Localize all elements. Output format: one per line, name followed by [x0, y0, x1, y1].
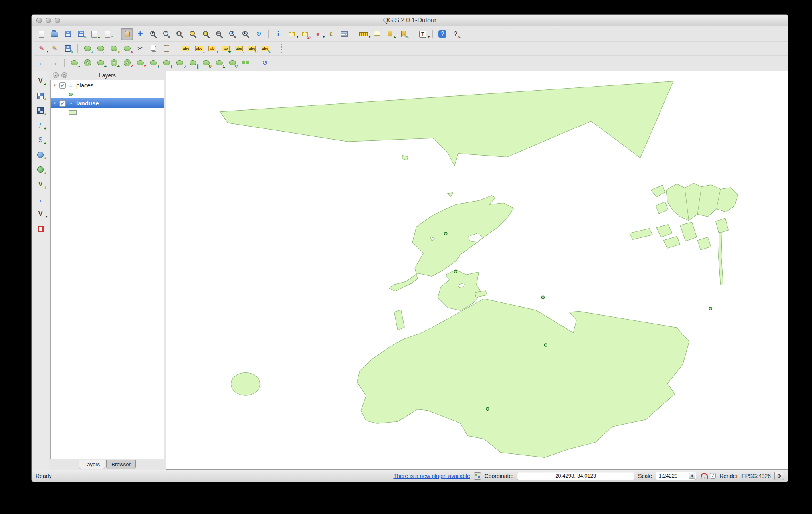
tab-browser[interactable]: Browser	[106, 460, 136, 469]
add-part-button[interactable]: +	[95, 57, 107, 69]
zoom-out-button[interactable]: −	[160, 28, 172, 40]
new-bookmark-button[interactable]: +	[384, 28, 396, 40]
zoom-full-button[interactable]	[187, 28, 199, 40]
undo-button[interactable]: ←	[36, 57, 48, 69]
pan-to-selection-button[interactable]: ✚	[134, 28, 146, 40]
copy-features-button[interactable]	[147, 43, 159, 55]
add-wcs-layer-button[interactable]: +	[34, 164, 46, 176]
layer-visibility-checkbox[interactable]: ✓	[59, 100, 66, 107]
map-viewport[interactable]	[166, 71, 788, 470]
zoom-to-selection-button[interactable]: □	[200, 28, 212, 40]
zoom-button[interactable]	[55, 18, 60, 23]
scale-combobox[interactable]: 1:24229 ▲ ▼	[656, 472, 696, 480]
split-features-button[interactable]: ∕	[174, 57, 186, 69]
delete-selected-button[interactable]: ×	[121, 43, 133, 55]
identify-button[interactable]: ℹ	[272, 28, 284, 40]
zoom-native-button[interactable]: 1:1	[174, 28, 186, 40]
help-button[interactable]: ?	[436, 28, 448, 40]
tab-layers[interactable]: Layers	[79, 460, 105, 469]
move-label-button[interactable]: abc ↔	[233, 43, 245, 55]
rollback-button[interactable]: ↺	[259, 57, 271, 69]
current-edits-button[interactable]: ✎ ▾	[36, 43, 48, 55]
add-vector-layer-button[interactable]: V +	[34, 75, 46, 87]
panel-float-button[interactable]: □	[61, 72, 67, 78]
cut-features-button[interactable]: ✂	[134, 43, 146, 55]
coordinate-input[interactable]	[517, 472, 634, 480]
disclosure-icon[interactable]: ▼	[53, 101, 57, 105]
save-layer-edits-button[interactable]: ✎	[62, 43, 74, 55]
zoom-last-button[interactable]: ◂	[226, 28, 238, 40]
add-ring-button[interactable]	[81, 57, 93, 69]
close-button[interactable]	[36, 18, 42, 23]
save-project-button[interactable]	[62, 28, 74, 40]
add-wfs-layer-button[interactable]: V +	[34, 178, 46, 190]
reshape-features-button[interactable]: /	[147, 57, 159, 69]
panel-close-button[interactable]: ×	[53, 72, 59, 78]
refresh-button[interactable]: ↻	[253, 28, 265, 40]
delete-ring-button[interactable]: ×	[121, 57, 133, 69]
add-wms-layer-button[interactable]: +	[34, 149, 46, 161]
rotate-label-button[interactable]: abc ↻	[246, 43, 258, 55]
fill-ring-button[interactable]: +	[108, 57, 120, 69]
show-bookmarks-button[interactable]: ✎	[397, 28, 409, 40]
paste-features-button[interactable]	[160, 43, 172, 55]
remove-layer-button[interactable]	[34, 223, 46, 235]
title-bar: QGIS 2.0.1-Dufour	[32, 15, 788, 26]
node-tool-button[interactable]: ▪	[108, 43, 120, 55]
map-canvas[interactable]	[166, 71, 788, 469]
move-feature-button[interactable]: ↔	[95, 43, 107, 55]
zoom-in-button[interactable]: +	[147, 28, 159, 40]
text-annotation-button[interactable]: T ▾	[417, 28, 429, 40]
pin-labels-button[interactable]: ab •	[206, 43, 218, 55]
zoom-next-button[interactable]: ▸	[240, 28, 252, 40]
deselect-features-button[interactable]: ∅	[299, 28, 311, 40]
add-spatialite-layer-button[interactable]: ƒ +	[34, 119, 46, 131]
layer-labeling-button[interactable]: abc	[180, 43, 192, 55]
scale-value: 1:24229	[659, 473, 677, 479]
add-postgis-layer-button[interactable]: +	[34, 105, 46, 117]
plugin-link[interactable]: There is a new plugin available	[393, 473, 470, 479]
show-hidden-labels-button[interactable]: ab ★	[220, 43, 232, 55]
new-project-button[interactable]	[36, 28, 48, 40]
label-settings-button[interactable]: abc +	[193, 43, 205, 55]
offset-curve-button[interactable]: (	[160, 57, 172, 69]
disclosure-icon[interactable]: ▼	[53, 83, 57, 87]
composer-manager-button[interactable]: ○	[101, 28, 113, 40]
layer-item-places[interactable]: ▼ ✓ ∴ places	[51, 80, 164, 90]
measure-button[interactable]: ▾	[358, 28, 370, 40]
attribute-table-button[interactable]	[338, 28, 350, 40]
layer-visibility-checkbox[interactable]: ✓	[59, 82, 66, 89]
field-calculator-button[interactable]: ε	[325, 28, 337, 40]
change-label-button[interactable]: abc ✎	[259, 43, 271, 55]
whats-this-button[interactable]: ? ↖	[450, 28, 461, 40]
pan-map-button[interactable]	[121, 28, 133, 40]
toggle-editing-button[interactable]: ✎	[49, 43, 61, 55]
minimize-button[interactable]	[46, 18, 51, 23]
add-raster-layer-button[interactable]: +	[34, 90, 46, 102]
plugin-icon[interactable]	[474, 472, 481, 480]
stop-render-icon[interactable]	[700, 473, 706, 479]
merge-features-button[interactable]: ∪	[200, 57, 212, 69]
split-parts-button[interactable]: ∥	[187, 57, 199, 69]
run-action-button[interactable]: ● ▾	[312, 28, 324, 40]
rotate-point-symbols-button[interactable]	[240, 57, 252, 69]
combo-arrows-icon[interactable]: ▲ ▼	[689, 473, 695, 479]
new-composer-button[interactable]: +	[88, 28, 100, 40]
select-features-button[interactable]: ▾	[285, 28, 297, 40]
zoom-to-layer-button[interactable]: ▤	[213, 28, 225, 40]
map-tips-button[interactable]	[371, 28, 383, 40]
merge-attributes-button[interactable]: Σ	[213, 57, 225, 69]
rotate-feature-button[interactable]: ↻	[226, 57, 238, 69]
new-shapefile-layer-button[interactable]: V ▾	[34, 208, 46, 220]
open-project-button[interactable]	[49, 28, 61, 40]
add-delimited-text-layer-button[interactable]: ,	[34, 193, 46, 205]
add-mssql-layer-button[interactable]: S +	[34, 134, 46, 146]
delete-part-button[interactable]: ×	[134, 57, 146, 69]
add-feature-button[interactable]: +	[81, 43, 93, 55]
render-checkbox[interactable]: ✓	[710, 473, 716, 479]
redo-button[interactable]: →	[49, 57, 61, 69]
crs-status-button[interactable]: ⊕	[774, 472, 784, 480]
save-project-as-button[interactable]: ✎	[75, 28, 87, 40]
layer-item-landuse[interactable]: ▼ ✓ ▪ landuse	[51, 98, 164, 108]
simplify-feature-button[interactable]: ~	[68, 57, 80, 69]
